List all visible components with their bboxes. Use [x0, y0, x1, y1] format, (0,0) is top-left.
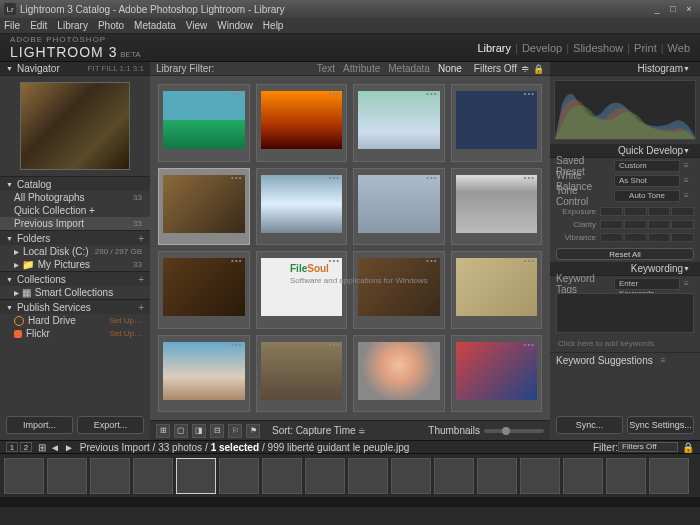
keyword-input-area[interactable]: [556, 293, 694, 333]
module-slideshow[interactable]: Slideshow: [573, 42, 623, 54]
folder-item[interactable]: ▸ 📁My Pictures33: [0, 258, 150, 271]
menu-file[interactable]: File: [4, 20, 20, 31]
filmstrip-thumb[interactable]: [649, 458, 689, 494]
sync-settings-button[interactable]: Sync Settings...: [627, 416, 694, 434]
grid-cell[interactable]: •••: [256, 84, 348, 162]
menu-help[interactable]: Help: [263, 20, 284, 31]
grid-cell[interactable]: •••: [451, 335, 543, 413]
menu-edit[interactable]: Edit: [30, 20, 47, 31]
catalog-item[interactable]: Quick Collection +: [0, 204, 150, 217]
filmstrip-thumb[interactable]: [262, 458, 302, 494]
filmstrip-thumb[interactable]: [563, 458, 603, 494]
menu-view[interactable]: View: [186, 20, 208, 31]
menu-library[interactable]: Library: [57, 20, 88, 31]
filmstrip-thumb[interactable]: [520, 458, 560, 494]
sync-button[interactable]: Sync...: [556, 416, 623, 434]
reset-all-button[interactable]: Reset All: [556, 248, 694, 260]
publish-harddrive[interactable]: Hard DriveSet Up…: [0, 314, 150, 327]
filter-preset-select[interactable]: Filters Off: [618, 442, 678, 452]
filmstrip-thumb[interactable]: [477, 458, 517, 494]
filmstrip-thumb[interactable]: [348, 458, 388, 494]
navigator-header[interactable]: ▼Navigator FIT FILL 1:1 3:1: [0, 62, 150, 76]
main-window-button[interactable]: 1: [6, 442, 18, 452]
lock-icon[interactable]: 🔒: [533, 64, 544, 74]
histogram-header[interactable]: Histogram ▼: [550, 62, 700, 76]
filmstrip-thumb[interactable]: [176, 458, 216, 494]
filmstrip-thumb[interactable]: [434, 458, 474, 494]
export-button[interactable]: Export...: [77, 416, 144, 434]
filmstrip-thumb[interactable]: [606, 458, 646, 494]
grid-cell[interactable]: •••: [353, 84, 445, 162]
catalog-header[interactable]: ▼Catalog: [0, 177, 150, 191]
grid-cell[interactable]: •••: [451, 251, 543, 329]
grid-cell[interactable]: •••: [353, 168, 445, 246]
grid-toggle-icon[interactable]: ⊞: [38, 442, 46, 453]
keyword-tags-select[interactable]: Enter Keywords: [614, 278, 680, 290]
grid-cell[interactable]: •••: [353, 335, 445, 413]
disk-item[interactable]: ▸Local Disk (C:)280 / 297 GB: [0, 245, 150, 258]
import-button[interactable]: Import...: [6, 416, 73, 434]
survey-view-button[interactable]: ⊟: [210, 424, 224, 438]
module-develop[interactable]: Develop: [522, 42, 562, 54]
sort-select[interactable]: Capture Time: [296, 425, 356, 436]
qd-slider-clarity[interactable]: Clarity: [556, 218, 694, 231]
filmstrip-thumb[interactable]: [4, 458, 44, 494]
menu-metadata[interactable]: Metadata: [134, 20, 176, 31]
grid-cell[interactable]: •••: [451, 84, 543, 162]
flag-pick-button[interactable]: ⚐: [228, 424, 242, 438]
preset-select[interactable]: Custom: [614, 160, 680, 172]
nav-fwd-icon[interactable]: ►: [64, 442, 74, 453]
publish-flickr[interactable]: FlickrSet Up…: [0, 327, 150, 340]
add-keywords-hint[interactable]: Click here to add keywords: [550, 335, 700, 352]
grid-cell[interactable]: •••: [256, 335, 348, 413]
catalog-item[interactable]: Previous Import33: [0, 217, 150, 230]
loupe-view-button[interactable]: ▢: [174, 424, 188, 438]
folders-header[interactable]: ▼Folders+: [0, 231, 150, 245]
filters-off[interactable]: Filters Off: [474, 63, 517, 74]
filter-tab-text[interactable]: Text: [317, 63, 335, 74]
menu-window[interactable]: Window: [217, 20, 253, 31]
grid-cell[interactable]: •••: [353, 251, 445, 329]
filter-tab-metadata[interactable]: Metadata: [388, 63, 430, 74]
module-web[interactable]: Web: [668, 42, 690, 54]
thumbnail-size-slider[interactable]: [484, 429, 544, 433]
compare-view-button[interactable]: ◨: [192, 424, 206, 438]
second-window-button[interactable]: 2: [20, 442, 32, 452]
filmstrip-thumb[interactable]: [391, 458, 431, 494]
window-title: Lightroom 3 Catalog - Adobe Photoshop Li…: [20, 4, 285, 15]
grid-cell[interactable]: •••: [158, 251, 250, 329]
filmstrip-thumb[interactable]: [133, 458, 173, 494]
grid-cell[interactable]: •••: [256, 251, 348, 329]
grid-cell[interactable]: •••: [256, 168, 348, 246]
flag-reject-button[interactable]: ⚑: [246, 424, 260, 438]
qd-slider-exposure[interactable]: Exposure: [556, 205, 694, 218]
qd-slider-vibrance[interactable]: Vibrance: [556, 231, 694, 244]
minimize-button[interactable]: _: [650, 3, 664, 15]
autotone-button[interactable]: Auto Tone: [614, 190, 680, 202]
nav-back-icon[interactable]: ◄: [50, 442, 60, 453]
menu-photo[interactable]: Photo: [98, 20, 124, 31]
filmstrip-thumb[interactable]: [47, 458, 87, 494]
module-print[interactable]: Print: [634, 42, 657, 54]
collections-header[interactable]: ▼Collections+: [0, 272, 150, 286]
filter-lock-icon[interactable]: 🔒: [682, 442, 694, 453]
module-library[interactable]: Library: [477, 42, 511, 54]
filter-tab-none[interactable]: None: [438, 63, 462, 74]
navigator-preview[interactable]: [0, 76, 150, 176]
grid-cell[interactable]: •••: [451, 168, 543, 246]
filmstrip-thumb[interactable]: [90, 458, 130, 494]
filmstrip-thumb[interactable]: [305, 458, 345, 494]
filter-label-footer: Filter:: [593, 442, 618, 453]
filter-tab-attribute[interactable]: Attribute: [343, 63, 380, 74]
grid-view-button[interactable]: ⊞: [156, 424, 170, 438]
wb-select[interactable]: As Shot: [614, 175, 680, 187]
grid-cell[interactable]: •••: [158, 84, 250, 162]
grid-cell[interactable]: •••: [158, 168, 250, 246]
maximize-button[interactable]: □: [666, 3, 680, 15]
close-button[interactable]: ×: [682, 3, 696, 15]
collection-item[interactable]: ▸ ▦Smart Collections: [0, 286, 150, 299]
publish-header[interactable]: ▼Publish Services+: [0, 300, 150, 314]
grid-cell[interactable]: •••: [158, 335, 250, 413]
catalog-item[interactable]: All Photographs33: [0, 191, 150, 204]
filmstrip-thumb[interactable]: [219, 458, 259, 494]
